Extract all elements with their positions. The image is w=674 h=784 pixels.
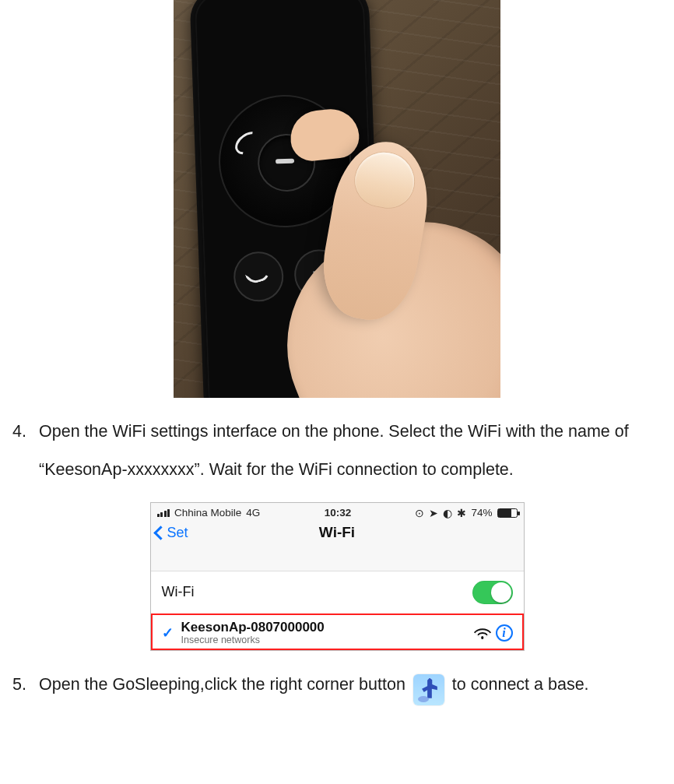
wifi-label: Wi-Fi [162, 584, 472, 600]
network-type: 4G [246, 507, 260, 519]
nav-bar: Set Wi-Fi [151, 522, 524, 550]
check-icon: ✓ [162, 624, 174, 642]
wifi-toggle-row[interactable]: Wi-Fi [151, 571, 524, 614]
status-bar: Chhina Mobile 4G 10:32 ⊙ ➤ ◐ ✱ 74% [151, 503, 524, 522]
nav-title: Wi-Fi [151, 524, 524, 541]
step-number: 5. [5, 666, 26, 704]
signal-icon [157, 509, 170, 517]
remote-photo: ZE [174, 0, 500, 398]
wifi-icon [476, 626, 490, 640]
wifi-switch[interactable] [472, 581, 513, 604]
step-text: Open the GoSleeping,click the right corn… [39, 666, 669, 704]
gosleeping-connect-icon [413, 674, 444, 705]
back-button[interactable]: Set [156, 525, 188, 541]
network-subtitle: Insecure networks [181, 635, 476, 645]
bluetooth-icon: ✱ [457, 507, 466, 519]
step-number: 4. [5, 413, 26, 490]
step-5: 5. Open the GoSleeping,click the right c… [0, 651, 674, 708]
alarm-icon: ⊙ [415, 507, 424, 519]
selected-network-row[interactable]: ✓ KeesonAp-0807000000 Insecure networks … [151, 613, 524, 651]
battery-pct: 74% [471, 507, 492, 519]
hand [244, 86, 500, 398]
step-4: 4. Open the WiFi settings interface on t… [0, 398, 674, 494]
back-label: Set [167, 525, 188, 541]
chevron-left-icon [153, 526, 167, 540]
step-5-before: Open the GoSleeping,click the right corn… [39, 675, 405, 694]
phone-screenshot: Chhina Mobile 4G 10:32 ⊙ ➤ ◐ ✱ 74% Set W… [150, 502, 525, 652]
network-name: KeesonAp-0807000000 [181, 620, 476, 635]
step-text: Open the WiFi settings interface on the … [39, 413, 669, 490]
carrier: Chhina Mobile [174, 507, 241, 519]
location-icon: ➤ [429, 507, 438, 519]
info-icon[interactable]: i [496, 624, 513, 642]
status-time: 10:32 [260, 507, 415, 519]
step-5-after: to connect a base. [452, 675, 589, 694]
battery-icon [497, 508, 518, 518]
dnd-icon: ◐ [443, 507, 452, 519]
